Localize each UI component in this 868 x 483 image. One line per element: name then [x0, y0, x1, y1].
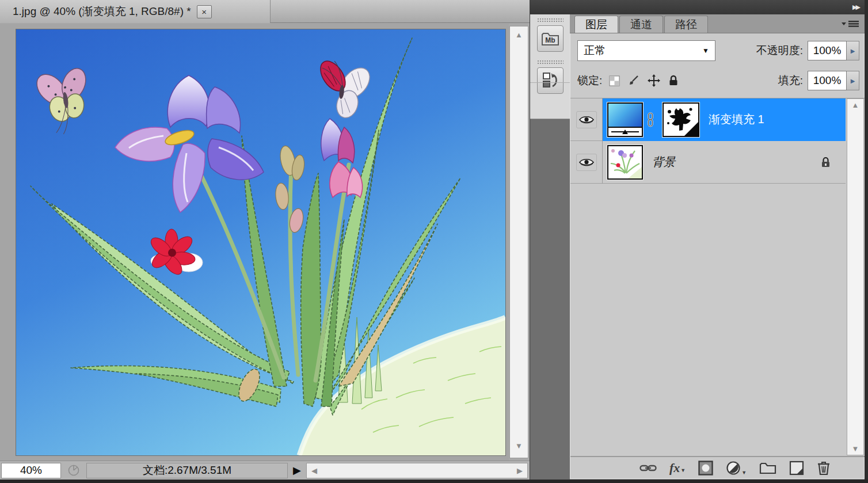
add-layer-mask-icon[interactable]	[698, 461, 713, 476]
layer-mask-thumbnail[interactable]	[663, 102, 699, 137]
scroll-up-icon[interactable]: ▲	[510, 31, 528, 39]
workspace-bottom-edge	[0, 480, 868, 483]
eye-icon[interactable]	[576, 154, 597, 171]
blend-mode-select[interactable]: 正常 ▼	[577, 40, 715, 61]
document-size-info[interactable]: 文档:2.67M/3.51M	[86, 463, 288, 478]
panel-menu-icon[interactable]	[840, 19, 860, 29]
locked-layer-lock-icon	[821, 157, 831, 168]
background-layer-thumbnail[interactable]	[607, 145, 643, 180]
link-layers-icon[interactable]	[639, 463, 657, 473]
gradient-fill-thumbnail[interactable]	[607, 102, 643, 137]
svg-text:Mb: Mb	[545, 36, 555, 44]
tab-layers[interactable]: 图层	[574, 16, 618, 33]
document-window: 1.jpg @ 40% (渐变填充 1, RGB/8#) * ×	[0, 0, 530, 480]
canvas-artwork	[16, 29, 505, 455]
layers-bottom-toolbar: fx▼ ▼	[570, 456, 865, 479]
dock-icon-column: Mb	[530, 14, 570, 119]
blend-mode-value: 正常	[584, 43, 606, 58]
pasteboard	[0, 24, 509, 461]
new-layer-icon[interactable]	[789, 461, 804, 476]
layers-panel-dock: ▶▶ 图层 通道 路径 正常 ▼ 不透明度: 100% ▶ 锁	[570, 0, 868, 480]
blend-options-row: 正常 ▼ 不透明度: 100% ▶	[577, 40, 859, 61]
scratch-pie-icon	[61, 464, 86, 477]
lock-pixels-brush-icon[interactable]	[628, 75, 639, 86]
fill-value-field[interactable]: 100%	[808, 71, 847, 90]
dock-header: ◀◀	[530, 0, 570, 14]
zoom-level-field[interactable]: 40%	[1, 463, 61, 478]
document-tab[interactable]: 1.jpg @ 40% (渐变填充 1, RGB/8#) * ×	[0, 0, 271, 23]
close-icon[interactable]: ×	[197, 5, 212, 18]
visibility-cell[interactable]	[570, 141, 603, 184]
scroll-up-icon[interactable]: ▲	[847, 101, 863, 109]
lock-position-move-icon[interactable]	[648, 74, 660, 87]
panel-tab-bar: 图层 通道 路径	[570, 14, 868, 33]
lock-label: 锁定:	[577, 73, 602, 88]
delete-layer-trash-icon[interactable]	[817, 461, 831, 476]
history-panel-button[interactable]	[537, 67, 564, 94]
scroll-down-icon[interactable]: ▼	[510, 442, 528, 450]
mini-bridge-panel-button[interactable]: Mb	[537, 25, 564, 52]
visibility-cell[interactable]	[570, 98, 603, 141]
document-title: 1.jpg @ 40% (渐变填充 1, RGB/8#) *	[13, 4, 191, 19]
opacity-slider-arrow-icon[interactable]: ▶	[847, 41, 859, 60]
collapse-panels-icon[interactable]: ▶▶	[852, 3, 859, 11]
scroll-left-icon[interactable]: ◀	[311, 466, 317, 475]
document-vertical-scrollbar[interactable]: ▲ ▼	[509, 26, 528, 458]
tab-channels[interactable]: 通道	[619, 16, 663, 33]
history-icon	[541, 71, 559, 90]
opacity-label: 不透明度:	[756, 43, 803, 58]
status-flyout-arrow-icon[interactable]: ▶	[288, 463, 306, 478]
collapsed-panel-dock: ◀◀ Mb	[530, 0, 570, 480]
document-statusbar: 40% 文档:2.67M/3.51M ▶ ◀ ▶	[0, 461, 530, 480]
opacity-value-field[interactable]: 100%	[808, 41, 847, 60]
document-titlebar: 1.jpg @ 40% (渐变填充 1, RGB/8#) * ×	[0, 0, 530, 23]
layer-row-background[interactable]: 背景	[570, 141, 846, 184]
fill-slider-arrow-icon[interactable]: ▶	[847, 71, 859, 90]
layers-scrollbar[interactable]: ▲ ▼	[847, 98, 864, 455]
eye-icon[interactable]	[576, 111, 597, 128]
mask-link-icon[interactable]	[646, 112, 654, 127]
layer-row-gradient-fill[interactable]: 渐变填充 1	[570, 98, 846, 141]
scroll-right-icon[interactable]: ▶	[517, 466, 523, 475]
canvas[interactable]	[16, 29, 506, 456]
tab-paths[interactable]: 路径	[664, 16, 708, 33]
panel-gripper[interactable]	[537, 60, 564, 65]
layer-style-fx-icon[interactable]: fx▼	[669, 463, 686, 473]
lock-options-row: 锁定: 填充: 100% ▶	[577, 69, 859, 92]
lock-transparency-icon[interactable]	[609, 75, 620, 86]
lock-all-icon[interactable]	[668, 75, 679, 86]
layer-name[interactable]: 渐变填充 1	[709, 112, 764, 127]
photoshop-workspace: 1.jpg @ 40% (渐变填充 1, RGB/8#) * ×	[0, 0, 868, 483]
layer-name[interactable]: 背景	[652, 154, 675, 170]
panel-dock-header: ▶▶	[570, 0, 868, 14]
layer-list: 渐变填充 1	[570, 98, 846, 455]
chevron-down-icon: ▼	[702, 47, 709, 55]
mini-bridge-folder-icon: Mb	[540, 30, 560, 47]
layers-panel: 正常 ▼ 不透明度: 100% ▶ 锁定:	[570, 33, 865, 479]
scroll-down-icon[interactable]: ▼	[847, 445, 863, 452]
workspace-right-edge	[865, 0, 868, 483]
panel-gripper[interactable]	[537, 18, 564, 23]
new-adjustment-layer-icon[interactable]: ▼	[726, 461, 747, 476]
new-group-folder-icon[interactable]	[759, 461, 776, 475]
document-horizontal-scrollbar[interactable]: ◀ ▶	[306, 463, 528, 478]
fill-label: 填充:	[778, 73, 803, 88]
